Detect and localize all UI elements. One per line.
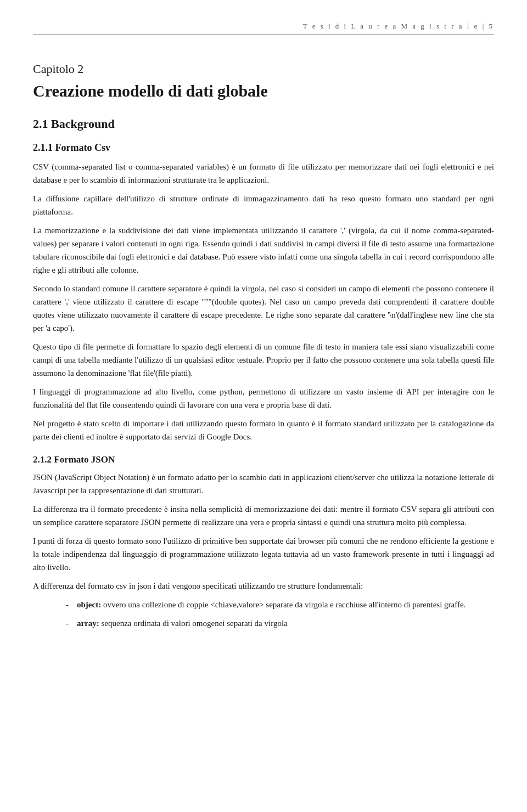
list-item-1-bold: array: <box>77 619 99 628</box>
list-item-0-text: ovvero una collezione di coppie <chiave,… <box>103 600 466 609</box>
json-structures-list: object: ovvero una collezione di coppie … <box>66 598 494 630</box>
list-item-0: object: ovvero una collezione di coppie … <box>66 598 494 611</box>
para-211-4: Questo tipo di file permette di formatta… <box>33 340 494 380</box>
para-211-3: Secondo lo standard comune il carattere … <box>33 282 494 335</box>
page-header: T e s i d i L a u r e a M a g i s t r a … <box>33 22 494 35</box>
list-item-1: array: sequenza ordinata di valori omoge… <box>66 617 494 630</box>
para-211-2: La memorizzazione e la suddivisione dei … <box>33 224 494 277</box>
header-text: T e s i d i L a u r e a M a g i s t r a … <box>303 22 494 30</box>
para-211-1: La diffusione capillare dell'utilizzo di… <box>33 192 494 218</box>
para-212-3: A differenza del formato csv in json i d… <box>33 579 494 593</box>
list-item-0-bold: object: <box>77 600 101 609</box>
chapter-label: Capitolo 2 <box>33 62 494 76</box>
subsection-211-title: 2.1.1 Formato Csv <box>33 142 494 154</box>
para-211-0: CSV (comma-separated list o comma-separa… <box>33 160 494 187</box>
page: T e s i d i L a u r e a M a g i s t r a … <box>0 0 527 812</box>
para-211-6: Nel progetto è stato scelto di importare… <box>33 417 494 443</box>
list-item-1-text: sequenza ordinata di valori omogenei sep… <box>102 619 288 628</box>
para-212-0: JSON (JavaScript Object Notation) è un f… <box>33 471 494 497</box>
chapter-title: Creazione modello di dati globale <box>33 82 494 100</box>
para-212-2: I punti di forza di questo formato sono … <box>33 534 494 574</box>
para-211-5: I linguaggi di programmazione ad alto li… <box>33 385 494 411</box>
para-212-1: La differenza tra il formato precedente … <box>33 503 494 529</box>
subsection-212-title: 2.1.2 Formato JSON <box>33 454 494 465</box>
section-21-title: 2.1 Background <box>33 117 494 131</box>
